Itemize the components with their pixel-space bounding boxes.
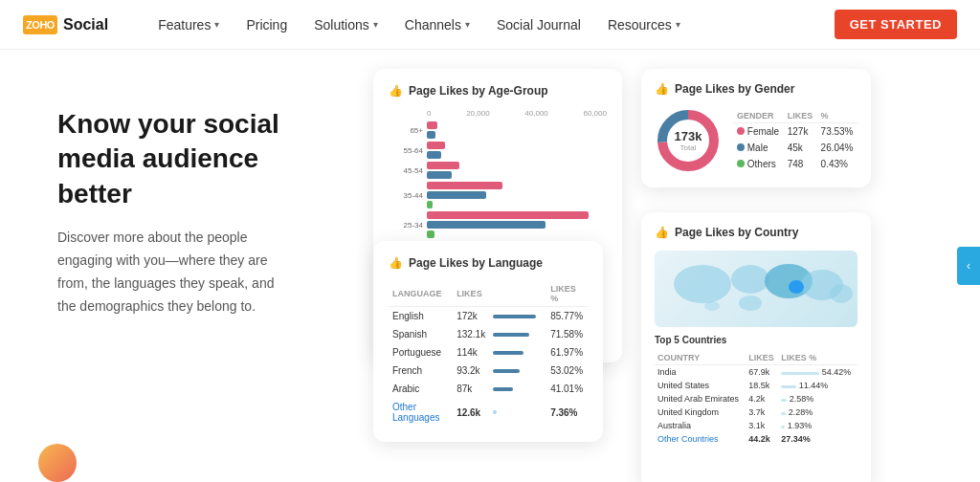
lang-chart-title: 👍 Page Likes by Language — [389, 256, 588, 270]
hero-description: Discover more about the people engaging … — [57, 227, 287, 318]
country-table: COUNTRY LIKES LIKES % India67.9k 54.42% … — [655, 351, 858, 446]
svg-point-8 — [739, 296, 762, 311]
other-countries-link[interactable]: Other Countries — [657, 434, 719, 444]
nav-solutions[interactable]: Solutions ▾ — [302, 11, 390, 38]
hero-title: Know your social media audience better — [57, 107, 287, 211]
chevron-down-icon: ▾ — [676, 19, 680, 30]
charts-area: 👍 Page Likes by Age-Group 0 20,000 40,00… — [325, 50, 980, 482]
chevron-left-icon: ‹ — [967, 259, 970, 273]
brand-name: Social — [63, 16, 108, 33]
gender-table: GENDER LIKES % Female 127k 73.53% — [733, 109, 858, 172]
table-row: Arabic87k41.01% — [389, 380, 588, 398]
nav-links: Features ▾ Pricing Solutions ▾ Channels … — [146, 11, 835, 38]
get-started-button[interactable]: GET STARTED — [835, 10, 957, 39]
chevron-down-icon: ▾ — [465, 19, 470, 30]
nav-social-journal[interactable]: Social Journal — [485, 11, 592, 38]
country-chart: 👍 Page Likes by Country Top 5 — [641, 212, 871, 482]
nav-channels[interactable]: Channels ▾ — [393, 11, 481, 38]
table-row: India67.9k 54.42% — [655, 365, 858, 380]
table-row: Other Languages 12.6k 7.36% — [389, 398, 588, 427]
world-map — [655, 251, 858, 327]
side-arrow-button[interactable]: ‹ — [957, 247, 980, 285]
gender-content: 173k Total GENDER LIKES % — [655, 107, 858, 174]
svg-point-9 — [704, 301, 720, 311]
thumbs-up-icon: 👍 — [389, 256, 403, 270]
table-row: Australia3.1k 1.93% — [655, 419, 858, 432]
table-row: French93.2k53.02% — [389, 362, 588, 380]
main-content: Know your social media audience better D… — [0, 50, 980, 482]
table-row: United Arab Emirates4.2k 2.58% — [655, 392, 858, 405]
table-row: United States18.5k 11.44% — [655, 379, 858, 392]
avatar — [38, 444, 77, 482]
female-dot — [737, 127, 745, 135]
age-chart-title: 👍 Page Likes by Age-Group — [389, 84, 607, 98]
table-row: English172k85.77% — [389, 307, 588, 326]
table-row: Female 127k 73.53% — [733, 123, 858, 141]
logo: ZOHO Social — [23, 15, 108, 34]
others-dot — [737, 160, 745, 167]
table-row: Other Countries 44.2k 27.34% — [655, 432, 858, 446]
other-languages-link[interactable]: Other Languages — [392, 402, 440, 423]
table-row: United Kingdom3.7k 2.28% — [655, 405, 858, 419]
language-table: LANGUAGE LIKES LIKES % English172k85.77%… — [389, 281, 588, 427]
svg-point-10 — [789, 280, 804, 294]
table-row: Male 45k 26.04% — [733, 140, 858, 156]
table-row: Others 748 0.43% — [733, 156, 858, 172]
country-chart-title: 👍 Page Likes by Country — [655, 226, 858, 239]
axis-labels: 0 20,000 40,000 60,000 — [389, 109, 607, 118]
chevron-down-icon: ▾ — [373, 19, 378, 30]
thumbs-up-icon: 👍 — [655, 82, 669, 96]
logo-text: ZOHO — [26, 19, 55, 31]
table-row: Portuguese114k61.97% — [389, 343, 588, 362]
male-dot — [737, 143, 745, 151]
donut-center: 173k Total — [675, 129, 702, 152]
table-row: Spanish132.1k71.58% — [389, 325, 588, 343]
logo-box: ZOHO — [23, 15, 57, 34]
thumbs-up-icon: 👍 — [655, 226, 669, 239]
nav-pricing[interactable]: Pricing — [234, 11, 299, 38]
gender-chart-title: 👍 Page Likes by Gender — [655, 82, 858, 96]
thumbs-up-icon: 👍 — [389, 84, 403, 98]
chevron-down-icon: ▾ — [214, 19, 219, 30]
donut-chart: 173k Total — [655, 107, 722, 174]
hero-section: Know your social media audience better D… — [0, 50, 325, 482]
svg-point-7 — [830, 284, 853, 303]
svg-point-3 — [674, 265, 731, 303]
top-countries-title: Top 5 Countries — [655, 335, 858, 345]
svg-point-4 — [731, 265, 769, 294]
nav-features[interactable]: Features ▾ — [146, 11, 231, 38]
navigation: ZOHO Social Features ▾ Pricing Solutions… — [0, 0, 980, 50]
language-chart: 👍 Page Likes by Language LANGUAGE LIKES … — [373, 241, 603, 442]
gender-chart: 👍 Page Likes by Gender 173k Total — [641, 69, 871, 187]
nav-resources[interactable]: Resources ▾ — [596, 11, 692, 38]
